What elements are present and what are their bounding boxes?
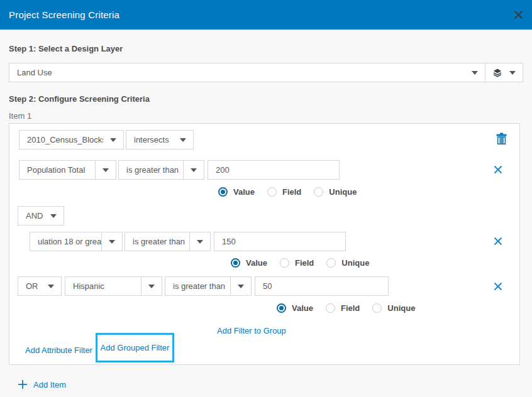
add-attribute-filter-link[interactable]: Add Attribute Filter bbox=[25, 345, 92, 355]
step1-label: Step 1: Select a Design Layer bbox=[9, 44, 123, 53]
dialog-header: Project Screening Criteria bbox=[0, 0, 532, 30]
remove-filter3-icon[interactable] bbox=[494, 282, 502, 291]
add-grouped-filter-link[interactable]: Add Grouped Filter bbox=[101, 343, 170, 352]
radio-selected-icon[interactable] bbox=[218, 187, 228, 197]
chevron-down-icon bbox=[238, 285, 244, 288]
filter3-field-dropdown[interactable]: Hispanic bbox=[65, 276, 162, 296]
radio-label: Field bbox=[341, 303, 360, 313]
add-item-label: Add Item bbox=[33, 380, 66, 389]
divider bbox=[95, 161, 96, 179]
radio-label: Field bbox=[282, 187, 301, 197]
radio-unselected-icon[interactable] bbox=[326, 303, 335, 313]
filter2-operator-value: is greater than bbox=[125, 237, 189, 246]
filter1-operator-dropdown[interactable]: is greater than bbox=[118, 160, 204, 180]
radio-selected-icon[interactable] bbox=[231, 258, 240, 268]
filter1-radio-unique[interactable]: Unique bbox=[314, 187, 357, 197]
chevron-down-icon bbox=[50, 214, 57, 218]
filter1-radio-field[interactable]: Field bbox=[267, 187, 301, 197]
filter3-radio-field[interactable]: Field bbox=[326, 303, 360, 313]
filter1-value-input[interactable] bbox=[208, 160, 340, 180]
chevron-down-icon bbox=[109, 240, 115, 244]
filter3-operator-dropdown[interactable]: is greater than bbox=[165, 276, 252, 296]
filter2-logic-value: AND bbox=[18, 211, 43, 220]
radio-unselected-icon[interactable] bbox=[280, 258, 289, 268]
radio-unselected-icon[interactable] bbox=[267, 187, 277, 197]
filter3-logic-dropdown[interactable]: OR bbox=[18, 276, 62, 296]
filter2-logic-dropdown[interactable]: AND bbox=[18, 206, 64, 226]
filter2-operator-dropdown[interactable]: is greater than bbox=[125, 232, 211, 251]
remove-filter1-icon[interactable] bbox=[494, 165, 502, 174]
radio-label: Unique bbox=[387, 303, 415, 313]
filter3-mode-radios: Value Field Unique bbox=[277, 303, 415, 313]
radio-label: Field bbox=[295, 258, 314, 268]
project-screening-criteria-dialog: Project Screening Criteria Step 1: Selec… bbox=[0, 0, 532, 397]
plus-icon bbox=[18, 379, 28, 389]
filter2-radio-field[interactable]: Field bbox=[280, 258, 314, 268]
remove-filter2-icon[interactable] bbox=[494, 237, 502, 246]
divider bbox=[230, 277, 231, 295]
filter2-mode-radios: Value Field Unique bbox=[231, 258, 369, 268]
filter2-radio-value[interactable]: Value bbox=[231, 258, 267, 268]
filter1-field-dropdown[interactable]: Population Total bbox=[19, 160, 116, 180]
filter2-radio-unique[interactable]: Unique bbox=[326, 258, 369, 268]
radio-unselected-icon[interactable] bbox=[326, 258, 336, 268]
filter2-field-value: ulation 18 or greater bbox=[30, 237, 101, 246]
chevron-down-icon bbox=[472, 71, 478, 75]
chevron-down-icon bbox=[197, 240, 203, 244]
delete-item-trash-icon[interactable] bbox=[496, 133, 507, 144]
layers-icon[interactable] bbox=[492, 68, 502, 78]
design-layer-value: Land Use bbox=[9, 68, 465, 77]
filter3-operator-value: is greater than bbox=[165, 281, 230, 291]
design-layer-dropdown[interactable]: Land Use bbox=[9, 63, 523, 82]
divider bbox=[189, 232, 190, 251]
filter2-value-input[interactable] bbox=[214, 232, 346, 251]
add-item-button[interactable]: Add Item bbox=[18, 379, 66, 389]
item-layer-dropdown[interactable]: 2010_Census_Blocks bbox=[19, 130, 124, 150]
chevron-down-icon bbox=[103, 168, 109, 172]
filter1-radio-value[interactable]: Value bbox=[218, 187, 255, 197]
radio-label: Value bbox=[233, 187, 255, 197]
item-layer-value: 2010_Census_Blocks bbox=[19, 135, 103, 144]
chevron-down-icon bbox=[148, 285, 155, 288]
divider bbox=[183, 161, 184, 179]
chevron-down-icon[interactable] bbox=[509, 71, 516, 75]
radio-selected-icon[interactable] bbox=[277, 303, 286, 313]
dialog-title: Project Screening Criteria bbox=[0, 9, 119, 20]
chevron-down-icon bbox=[48, 285, 54, 288]
chevron-down-icon bbox=[180, 138, 186, 142]
filter1-field-value: Population Total bbox=[19, 165, 95, 175]
radio-label: Value bbox=[246, 258, 267, 268]
filter2-field-dropdown[interactable]: ulation 18 or greater bbox=[30, 232, 123, 251]
radio-label: Unique bbox=[341, 258, 369, 268]
radio-label: Unique bbox=[329, 187, 357, 197]
divider bbox=[141, 277, 141, 295]
chevron-down-icon bbox=[110, 138, 116, 142]
filter3-logic-value: OR bbox=[18, 281, 41, 291]
chevron-down-icon bbox=[191, 168, 197, 172]
step2-label: Step 2: Configure Screening Criteria bbox=[9, 94, 150, 104]
spatial-relation-value: intersects bbox=[126, 135, 173, 144]
filter1-mode-radios: Value Field Unique bbox=[218, 187, 357, 197]
divider bbox=[485, 63, 485, 82]
spatial-relation-dropdown[interactable]: intersects bbox=[126, 130, 194, 150]
radio-unselected-icon[interactable] bbox=[372, 303, 382, 313]
filter3-radio-unique[interactable]: Unique bbox=[372, 303, 415, 313]
radio-unselected-icon[interactable] bbox=[314, 187, 323, 197]
radio-label: Value bbox=[292, 303, 313, 313]
filter3-field-value: Hispanic bbox=[65, 281, 141, 291]
filter3-radio-value[interactable]: Value bbox=[277, 303, 313, 313]
item1-label: Item 1 bbox=[9, 111, 31, 121]
close-icon[interactable] bbox=[513, 9, 524, 20]
add-grouped-filter-highlight: Add Grouped Filter bbox=[96, 333, 174, 362]
add-filter-to-group-link[interactable]: Add Filter to Group bbox=[217, 326, 286, 335]
filter1-operator-value: is greater than bbox=[119, 165, 183, 175]
divider bbox=[101, 232, 102, 251]
filter3-value-input[interactable] bbox=[255, 276, 389, 296]
